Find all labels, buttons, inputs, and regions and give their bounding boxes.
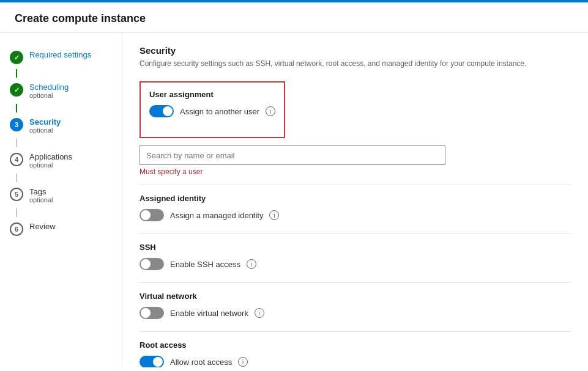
virtual-network-toggle[interactable]: [140, 307, 164, 319]
sidebar-item-review[interactable]: 6 Review: [0, 217, 122, 241]
divider-4: [140, 331, 571, 332]
step-indicator-1: ✓: [10, 51, 23, 64]
step-indicator-6: 6: [10, 222, 23, 236]
root-access-toggle[interactable]: [140, 356, 164, 367]
ssh-info-icon[interactable]: i: [247, 259, 256, 269]
step-indicator-4: 4: [10, 153, 23, 166]
divider-3: [140, 282, 571, 283]
search-input[interactable]: [140, 145, 445, 165]
assigned-identity-block: Assigned identity Assign a managed ident…: [140, 194, 571, 221]
user-assignment-toggle[interactable]: [149, 105, 174, 117]
user-assignment-toggle-label: Assign to another user: [180, 107, 259, 116]
assigned-identity-info-icon[interactable]: i: [269, 210, 279, 220]
assigned-identity-title: Assigned identity: [140, 194, 571, 203]
assigned-identity-toggle[interactable]: [140, 209, 164, 221]
sidebar-item-applications[interactable]: 4 Applications optional: [0, 147, 122, 174]
connector-4: [16, 174, 17, 182]
root-access-block: Root access Allow root access i: [140, 340, 571, 367]
layout: ✓ Required settings ✓ Scheduling optiona…: [0, 33, 588, 367]
sidebar-item-label-4: Applications: [29, 152, 72, 161]
user-assignment-info-icon[interactable]: i: [266, 106, 275, 116]
page-title: Create compute instance: [0, 2, 588, 33]
user-assignment-toggle-thumb: [163, 106, 173, 116]
sidebar-item-sub-2: optional: [29, 92, 69, 99]
ssh-toggle[interactable]: [140, 258, 164, 270]
virtual-network-toggle-track: [140, 307, 164, 319]
sidebar-item-tags[interactable]: 5 Tags optional: [0, 182, 122, 208]
step-indicator-2: ✓: [10, 83, 23, 97]
ssh-block: SSH Enable SSH access i: [140, 243, 571, 270]
user-assignment-block: User assignment Assign to another user i: [149, 90, 275, 117]
ssh-title: SSH: [140, 243, 571, 252]
assigned-identity-toggle-track: [140, 209, 164, 221]
user-assignment-highlight-box: User assignment Assign to another user i: [140, 81, 285, 138]
virtual-network-block: Virtual network Enable virtual network i: [140, 292, 571, 319]
connector-5: [16, 208, 17, 217]
user-assignment-title: User assignment: [149, 90, 275, 99]
virtual-network-toggle-thumb: [141, 308, 151, 318]
section-description: Configure security settings such as SSH,…: [140, 58, 571, 69]
root-access-toggle-track: [140, 356, 164, 367]
ssh-toggle-row: Enable SSH access i: [140, 258, 571, 270]
sidebar-item-scheduling[interactable]: ✓ Scheduling optional: [0, 78, 122, 104]
connector-2: [16, 104, 17, 112]
sidebar-item-sub-5: optional: [29, 196, 53, 204]
step-indicator-5: 5: [10, 188, 23, 201]
sidebar-item-label-2: Scheduling: [29, 83, 69, 92]
virtual-network-title: Virtual network: [140, 292, 571, 301]
root-access-info-icon[interactable]: i: [238, 357, 248, 367]
virtual-network-toggle-label: Enable virtual network: [170, 309, 248, 318]
search-wrapper: [140, 145, 571, 165]
sidebar-item-security[interactable]: 3 Security optional: [0, 112, 122, 139]
section-title: Security: [140, 45, 571, 56]
connector-1: [16, 69, 17, 78]
step-indicator-3: 3: [10, 118, 23, 131]
assigned-identity-toggle-row: Assign a managed identity i: [140, 209, 571, 221]
assigned-identity-toggle-label: Assign a managed identity: [170, 211, 263, 220]
root-access-toggle-label: Allow root access: [170, 358, 232, 367]
sidebar-item-label-6: Review: [29, 222, 56, 231]
sidebar-item-required-settings[interactable]: ✓ Required settings: [0, 45, 122, 69]
search-hint: Must specify a user: [140, 167, 571, 176]
divider-1: [140, 185, 571, 185]
root-access-toggle-row: Allow root access i: [140, 356, 571, 367]
connector-3: [16, 139, 17, 147]
root-access-title: Root access: [140, 340, 571, 350]
sidebar-item-label-1: Required settings: [29, 50, 91, 59]
ssh-toggle-label: Enable SSH access: [170, 260, 240, 269]
sidebar-item-label-5: Tags: [29, 187, 53, 196]
virtual-network-info-icon[interactable]: i: [255, 308, 264, 318]
root-access-toggle-thumb: [153, 357, 163, 367]
divider-2: [140, 233, 571, 234]
main-content: Security Configure security settings suc…: [122, 33, 588, 367]
user-assignment-toggle-track: [149, 105, 174, 117]
sidebar-item-sub-3: optional: [29, 127, 61, 134]
ssh-toggle-track: [140, 258, 164, 270]
sidebar-item-sub-4: optional: [29, 161, 72, 169]
sidebar-item-label-3: Security: [29, 117, 61, 127]
sidebar: ✓ Required settings ✓ Scheduling optiona…: [0, 33, 122, 367]
user-assignment-toggle-row: Assign to another user i: [149, 105, 275, 117]
assigned-identity-toggle-thumb: [141, 210, 151, 220]
ssh-toggle-thumb: [141, 259, 151, 269]
virtual-network-toggle-row: Enable virtual network i: [140, 307, 571, 319]
